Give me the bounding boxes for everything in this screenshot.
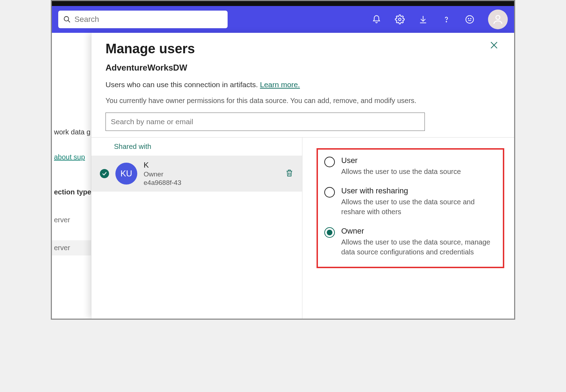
role-label: User with resharing (341, 186, 496, 195)
svg-point-2 (399, 18, 401, 21)
feedback-icon[interactable] (465, 14, 475, 24)
settings-icon[interactable] (395, 14, 405, 24)
bg-header-fragment: ection type (52, 185, 91, 200)
downloads-icon[interactable] (418, 14, 428, 24)
user-name: K (144, 161, 181, 170)
role-description: Allows the user to use the data source, … (341, 237, 496, 257)
role-option-user[interactable]: UserAllows the user to use the data sour… (324, 156, 496, 176)
role-text: User with resharingAllows the user to us… (341, 186, 496, 217)
bg-link-fragment[interactable]: about sup (52, 150, 91, 165)
remove-user-button[interactable] (285, 168, 295, 179)
shared-with-column: Shared with KU K Owner e4a9688f-43 (91, 138, 302, 319)
close-button[interactable] (489, 41, 501, 52)
bg-text-fragment: erver (52, 212, 91, 228)
bg-text-fragment: erver (52, 240, 91, 255)
user-meta: K Owner e4a9688f-43 (144, 161, 181, 187)
user-list-item[interactable]: KU K Owner e4a9688f-43 (91, 156, 302, 192)
role-label: Owner (341, 227, 496, 236)
user-avatar: KU (115, 163, 137, 185)
role-option-user-with-resharing[interactable]: User with resharingAllows the user to us… (324, 186, 496, 217)
notifications-icon[interactable] (372, 14, 381, 24)
svg-line-1 (68, 20, 70, 22)
top-navigation-bar (52, 6, 514, 33)
user-role: Owner (144, 170, 181, 178)
role-text: OwnerAllows the user to use the data sou… (341, 227, 496, 257)
manage-users-panel: Manage users AdventureWorksDW Users who … (91, 33, 514, 319)
learn-more-link[interactable]: Learn more. (260, 80, 300, 89)
window-chrome-bar (52, 1, 514, 6)
role-description: Allows the user to use the data source a… (341, 197, 496, 217)
role-radio[interactable] (324, 187, 335, 198)
role-selection-column: UserAllows the user to use the data sour… (302, 138, 514, 319)
role-options-highlight: UserAllows the user to use the data sour… (317, 148, 504, 268)
account-avatar[interactable] (488, 10, 508, 29)
role-text: UserAllows the user to use the data sour… (341, 156, 461, 176)
help-icon[interactable] (441, 14, 451, 24)
svg-point-4 (466, 16, 474, 23)
svg-point-6 (470, 18, 471, 19)
svg-point-5 (468, 18, 469, 19)
shared-with-header: Shared with (91, 138, 302, 156)
role-description: Allows the user to use the data source (341, 167, 461, 176)
panel-description: Users who can use this connection in art… (106, 80, 500, 89)
panel-description-text: Users who can use this connection in art… (106, 80, 260, 89)
global-search-input[interactable] (74, 15, 223, 24)
role-label: User (341, 156, 461, 165)
topbar-actions (372, 10, 508, 29)
global-search-box[interactable] (58, 11, 228, 28)
panel-subtitle: AdventureWorksDW (106, 63, 500, 73)
role-option-owner[interactable]: OwnerAllows the user to use the data sou… (324, 227, 496, 257)
selected-check-icon (100, 169, 109, 178)
panel-title: Manage users (106, 41, 500, 56)
app-frame: work data g about sup ection type erver … (51, 0, 515, 320)
search-icon (63, 16, 71, 23)
panel-header: Manage users AdventureWorksDW Users who … (91, 33, 514, 105)
svg-point-0 (64, 17, 69, 21)
panel-permissions-note: You currently have owner permissions for… (106, 97, 500, 105)
svg-point-7 (496, 16, 500, 19)
user-search-input[interactable] (106, 113, 425, 131)
panel-body: Shared with KU K Owner e4a9688f-43 (91, 137, 514, 319)
bg-text-fragment: work data g (52, 125, 91, 140)
role-radio[interactable] (324, 157, 335, 167)
role-radio[interactable] (324, 227, 335, 238)
svg-point-3 (446, 22, 447, 22)
background-page: work data g about sup ection type erver … (52, 33, 91, 319)
user-search-wrap (91, 105, 514, 137)
user-id: e4a9688f-43 (144, 179, 181, 187)
